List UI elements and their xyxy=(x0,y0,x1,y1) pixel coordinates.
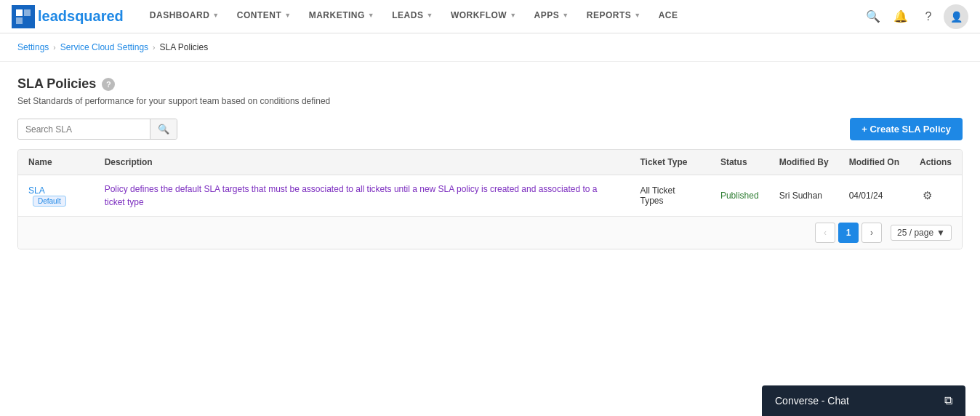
notifications-button[interactable]: 🔔 xyxy=(888,4,913,29)
help-icon[interactable]: ? xyxy=(102,78,115,91)
nav-right: 🔍 🔔 ? 👤 xyxy=(861,4,968,29)
breadcrumb-service-cloud[interactable]: Service Cloud Settings xyxy=(60,42,148,52)
per-page-selector[interactable]: 25 / page ▼ xyxy=(891,225,952,241)
sla-link[interactable]: SLA xyxy=(28,185,45,196)
nav-item-ace[interactable]: ACE xyxy=(650,0,687,33)
svg-rect-1 xyxy=(24,9,31,16)
row-ticket-type-cell: All Ticket Types xyxy=(630,175,710,217)
nav-item-workflow[interactable]: WORKFLOW▼ xyxy=(442,0,526,33)
svg-rect-2 xyxy=(16,17,23,24)
search-button[interactable]: 🔍 xyxy=(861,4,885,29)
col-description: Description xyxy=(95,150,630,175)
page-title: SLA Policies xyxy=(17,76,96,92)
page-title-row: SLA Policies ? xyxy=(17,76,963,92)
main-content: SLA Policies ? Set Standards of performa… xyxy=(0,62,980,264)
col-modified-by: Modified By xyxy=(769,150,839,175)
pagination-prev-button[interactable]: ‹ xyxy=(815,223,835,243)
breadcrumb-sep-1: › xyxy=(53,44,55,52)
table-header-row: Name Description Ticket Type Status Modi… xyxy=(18,150,962,175)
breadcrumb-current: SLA Policies xyxy=(159,42,208,52)
nav-item-marketing[interactable]: MARKETING▼ xyxy=(300,0,384,33)
col-modified-on: Modified On xyxy=(839,150,909,175)
logo[interactable]: leadsquared xyxy=(12,5,124,28)
search-box: 🔍 xyxy=(17,119,177,140)
create-sla-policy-button[interactable]: + Create SLA Policy xyxy=(850,118,963,140)
logo-box xyxy=(12,5,35,28)
col-status: Status xyxy=(710,150,769,175)
sla-policies-table: Name Description Ticket Type Status Modi… xyxy=(17,149,963,249)
top-navigation: leadsquared DASHBOARD▼ CONTENT▼ MARKETIN… xyxy=(0,0,980,33)
pagination-next-button[interactable]: › xyxy=(861,223,882,243)
nav-item-leads[interactable]: LEADS▼ xyxy=(383,0,442,33)
nav-item-apps[interactable]: APPS▼ xyxy=(526,0,578,33)
toolbar: 🔍 + Create SLA Policy xyxy=(17,118,963,140)
breadcrumb: Settings › Service Cloud Settings › SLA … xyxy=(0,33,980,62)
row-modified-on-cell: 04/01/24 xyxy=(839,175,909,217)
nav-item-content[interactable]: CONTENT▼ xyxy=(228,0,300,33)
nav-item-dashboard[interactable]: DASHBOARD▼ xyxy=(141,0,228,33)
user-avatar-button[interactable]: 👤 xyxy=(944,4,968,29)
nav-items: DASHBOARD▼ CONTENT▼ MARKETING▼ LEADS▼ WO… xyxy=(141,0,861,33)
per-page-caret: ▼ xyxy=(936,228,945,238)
logo-text: leadsquared xyxy=(38,8,124,25)
pagination-page-1[interactable]: 1 xyxy=(838,223,859,243)
table-row: SLA Default Policy defines the default S… xyxy=(18,175,962,217)
row-name-cell: SLA Default xyxy=(18,175,95,217)
svg-rect-0 xyxy=(16,9,23,16)
help-button[interactable]: ? xyxy=(916,4,941,29)
page-subtitle: Set Standards of performance for your su… xyxy=(17,96,963,106)
search-submit-button[interactable]: 🔍 xyxy=(150,119,177,139)
row-actions-cell: ⚙ xyxy=(909,175,962,217)
row-modified-by-cell: Sri Sudhan xyxy=(769,175,839,217)
col-ticket-type: Ticket Type xyxy=(630,150,710,175)
col-actions: Actions xyxy=(909,150,962,175)
pagination-row: ‹ 1 › 25 / page ▼ xyxy=(18,216,962,249)
default-badge: Default xyxy=(33,196,66,207)
row-status-cell: Published xyxy=(710,175,769,217)
breadcrumb-settings[interactable]: Settings xyxy=(17,42,49,52)
search-input[interactable] xyxy=(18,120,150,139)
col-name: Name xyxy=(18,150,95,175)
nav-item-reports[interactable]: REPORTS▼ xyxy=(578,0,650,33)
row-description-cell: Policy defines the default SLA targets t… xyxy=(95,175,630,217)
row-actions-gear-button[interactable]: ⚙ xyxy=(920,186,935,205)
breadcrumb-sep-2: › xyxy=(153,44,155,52)
